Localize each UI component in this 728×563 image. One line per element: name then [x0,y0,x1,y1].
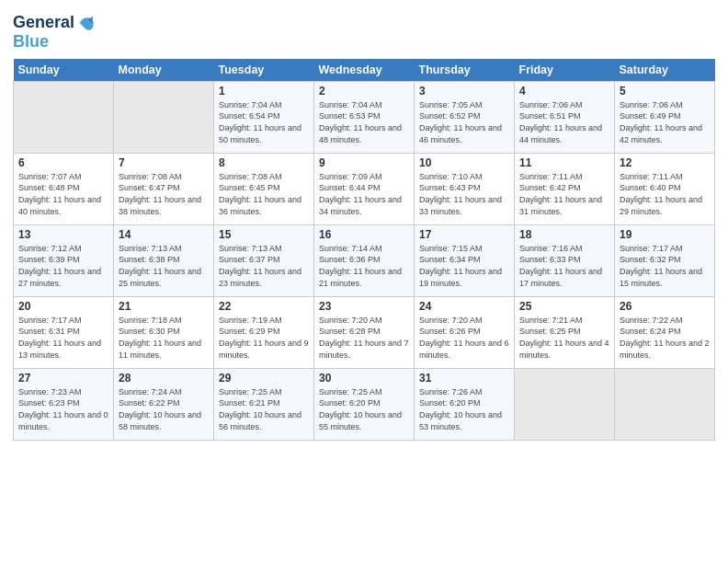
cell-info: Sunrise: 7:11 AMSunset: 6:40 PMDaylight:… [620,171,710,217]
calendar-cell: 9Sunrise: 7:09 AMSunset: 6:44 PMDaylight… [314,153,415,224]
cell-info: Sunrise: 7:25 AMSunset: 6:21 PMDaylight:… [219,386,309,432]
cell-info: Sunrise: 7:12 AMSunset: 6:39 PMDaylight:… [18,243,108,289]
cell-info: Sunrise: 7:19 AMSunset: 6:29 PMDaylight:… [219,315,309,361]
cell-info: Sunrise: 7:23 AMSunset: 6:23 PMDaylight:… [18,386,108,432]
calendar-cell: 30Sunrise: 7:25 AMSunset: 6:20 PMDayligh… [314,368,415,440]
day-number: 14 [119,228,209,241]
day-number: 22 [219,300,309,313]
logo-text: General [13,14,74,32]
logo-blue: Blue [13,33,97,52]
day-number: 20 [18,300,108,313]
cell-info: Sunrise: 7:09 AMSunset: 6:44 PMDaylight:… [319,171,409,217]
cell-info: Sunrise: 7:11 AMSunset: 6:42 PMDaylight:… [519,171,609,217]
week-row-4: 20Sunrise: 7:17 AMSunset: 6:31 PMDayligh… [14,296,715,368]
calendar-cell: 31Sunrise: 7:26 AMSunset: 6:20 PMDayligh… [415,368,515,440]
day-number: 24 [419,300,509,313]
calendar-cell: 20Sunrise: 7:17 AMSunset: 6:31 PMDayligh… [14,296,114,368]
day-number: 21 [119,300,209,313]
week-row-3: 13Sunrise: 7:12 AMSunset: 6:39 PMDayligh… [14,224,715,296]
cell-info: Sunrise: 7:20 AMSunset: 6:26 PMDaylight:… [419,315,509,361]
day-number: 19 [620,228,710,241]
day-number: 27 [18,372,108,385]
header-day-saturday: Saturday [615,59,715,82]
cell-info: Sunrise: 7:06 AMSunset: 6:49 PMDaylight:… [620,99,710,145]
calendar-cell [114,81,214,153]
cell-info: Sunrise: 7:17 AMSunset: 6:32 PMDaylight:… [620,243,710,289]
day-number: 25 [519,300,609,313]
cell-info: Sunrise: 7:17 AMSunset: 6:31 PMDaylight:… [18,315,108,361]
calendar-cell: 19Sunrise: 7:17 AMSunset: 6:32 PMDayligh… [615,224,715,296]
day-number: 16 [319,228,409,241]
cell-info: Sunrise: 7:08 AMSunset: 6:47 PMDaylight:… [119,171,209,217]
day-number: 10 [419,156,509,169]
cell-info: Sunrise: 7:24 AMSunset: 6:22 PMDaylight:… [119,386,209,432]
cell-info: Sunrise: 7:21 AMSunset: 6:25 PMDaylight:… [519,315,609,361]
cell-info: Sunrise: 7:08 AMSunset: 6:45 PMDaylight:… [219,171,309,217]
calendar-cell: 17Sunrise: 7:15 AMSunset: 6:34 PMDayligh… [415,224,515,296]
logo-icon [76,13,97,33]
day-number: 1 [219,85,309,98]
calendar-cell: 27Sunrise: 7:23 AMSunset: 6:23 PMDayligh… [14,368,114,440]
cell-info: Sunrise: 7:16 AMSunset: 6:33 PMDaylight:… [519,243,609,289]
logo: General Blue [13,13,97,52]
day-number: 30 [319,372,409,385]
header-row: SundayMondayTuesdayWednesdayThursdayFrid… [14,59,715,82]
calendar-cell: 18Sunrise: 7:16 AMSunset: 6:33 PMDayligh… [515,224,615,296]
day-number: 23 [319,300,409,313]
calendar-cell: 3Sunrise: 7:05 AMSunset: 6:52 PMDaylight… [415,81,515,153]
calendar-cell: 14Sunrise: 7:13 AMSunset: 6:38 PMDayligh… [114,224,214,296]
calendar-cell: 24Sunrise: 7:20 AMSunset: 6:26 PMDayligh… [415,296,515,368]
calendar-cell: 21Sunrise: 7:18 AMSunset: 6:30 PMDayligh… [114,296,214,368]
calendar-cell: 16Sunrise: 7:14 AMSunset: 6:36 PMDayligh… [314,224,415,296]
day-number: 8 [219,156,309,169]
week-row-2: 6Sunrise: 7:07 AMSunset: 6:48 PMDaylight… [14,153,715,224]
cell-info: Sunrise: 7:04 AMSunset: 6:53 PMDaylight:… [319,99,409,145]
cell-info: Sunrise: 7:20 AMSunset: 6:28 PMDaylight:… [319,315,409,361]
header: General Blue [13,9,715,52]
cell-info: Sunrise: 7:26 AMSunset: 6:20 PMDaylight:… [419,386,509,432]
day-number: 17 [419,228,509,241]
header-day-sunday: Sunday [14,59,114,82]
calendar-cell: 1Sunrise: 7:04 AMSunset: 6:54 PMDaylight… [214,81,314,153]
cell-info: Sunrise: 7:05 AMSunset: 6:52 PMDaylight:… [419,99,509,145]
day-number: 18 [519,228,609,241]
cell-info: Sunrise: 7:14 AMSunset: 6:36 PMDaylight:… [319,243,409,289]
calendar-cell: 15Sunrise: 7:13 AMSunset: 6:37 PMDayligh… [214,224,314,296]
day-number: 5 [620,85,710,98]
calendar-cell: 10Sunrise: 7:10 AMSunset: 6:43 PMDayligh… [415,153,515,224]
cell-info: Sunrise: 7:04 AMSunset: 6:54 PMDaylight:… [219,99,309,145]
week-row-5: 27Sunrise: 7:23 AMSunset: 6:23 PMDayligh… [14,368,715,440]
day-number: 26 [620,300,710,313]
calendar-cell: 25Sunrise: 7:21 AMSunset: 6:25 PMDayligh… [515,296,615,368]
calendar-cell: 12Sunrise: 7:11 AMSunset: 6:40 PMDayligh… [615,153,715,224]
calendar-cell: 13Sunrise: 7:12 AMSunset: 6:39 PMDayligh… [14,224,114,296]
day-number: 7 [119,156,209,169]
header-day-wednesday: Wednesday [314,59,415,82]
calendar-cell: 23Sunrise: 7:20 AMSunset: 6:28 PMDayligh… [314,296,415,368]
header-day-monday: Monday [114,59,214,82]
calendar-cell: 7Sunrise: 7:08 AMSunset: 6:47 PMDaylight… [114,153,214,224]
calendar-table: SundayMondayTuesdayWednesdayThursdayFrid… [13,59,715,441]
day-number: 12 [620,156,710,169]
calendar-cell: 8Sunrise: 7:08 AMSunset: 6:45 PMDaylight… [214,153,314,224]
cell-info: Sunrise: 7:18 AMSunset: 6:30 PMDaylight:… [119,315,209,361]
calendar-cell: 2Sunrise: 7:04 AMSunset: 6:53 PMDaylight… [314,81,415,153]
day-number: 6 [18,156,108,169]
day-number: 2 [319,85,409,98]
calendar-cell: 22Sunrise: 7:19 AMSunset: 6:29 PMDayligh… [214,296,314,368]
calendar-cell: 29Sunrise: 7:25 AMSunset: 6:21 PMDayligh… [214,368,314,440]
cell-info: Sunrise: 7:06 AMSunset: 6:51 PMDaylight:… [519,99,609,145]
cell-info: Sunrise: 7:25 AMSunset: 6:20 PMDaylight:… [319,386,409,432]
day-number: 4 [519,85,609,98]
calendar-cell: 5Sunrise: 7:06 AMSunset: 6:49 PMDaylight… [615,81,715,153]
header-day-thursday: Thursday [415,59,515,82]
day-number: 31 [419,372,509,385]
calendar-cell [14,81,114,153]
day-number: 29 [219,372,309,385]
day-number: 15 [219,228,309,241]
cell-info: Sunrise: 7:07 AMSunset: 6:48 PMDaylight:… [18,171,108,217]
calendar-cell: 6Sunrise: 7:07 AMSunset: 6:48 PMDaylight… [14,153,114,224]
cell-info: Sunrise: 7:13 AMSunset: 6:38 PMDaylight:… [119,243,209,289]
cell-info: Sunrise: 7:15 AMSunset: 6:34 PMDaylight:… [419,243,509,289]
week-row-1: 1Sunrise: 7:04 AMSunset: 6:54 PMDaylight… [14,81,715,153]
